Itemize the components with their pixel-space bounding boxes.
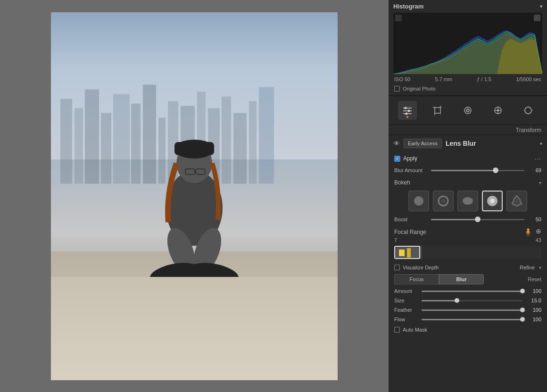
svg-rect-15	[259, 87, 274, 183]
lens-blur-chevron-icon[interactable]: ▾	[540, 141, 542, 146]
visibility-icon[interactable]: 👁	[393, 140, 400, 147]
iso-value: ISO 50	[394, 76, 410, 82]
boost-label: Boost	[394, 217, 427, 222]
flow-slider[interactable]	[422, 319, 522, 320]
histogram-title: Histogram	[393, 3, 423, 10]
bokeh-oval-button[interactable]	[457, 191, 478, 211]
right-panel: Histogram ▾ ISO 50 5.7 mm ƒ / 1.5 1/5600…	[389, 0, 547, 392]
svg-rect-19	[174, 142, 214, 155]
blur-amount-slider[interactable]	[431, 170, 524, 171]
svg-rect-2	[85, 89, 99, 183]
histogram-canvas	[393, 13, 542, 74]
flow-slider-row: Flow 100	[389, 315, 547, 324]
svg-point-31	[405, 107, 407, 109]
blur-amount-label: Blur Amount	[394, 167, 427, 173]
bokeh-circle-button[interactable]	[408, 191, 429, 211]
boost-slider[interactable]	[431, 219, 524, 220]
photo-image	[51, 12, 338, 380]
histogram-section-header: Histogram ▾	[389, 0, 547, 13]
flow-label: Flow	[394, 317, 418, 322]
focal-range-header: Focal Range 🧍 ⊕	[389, 225, 547, 237]
svg-point-33	[408, 110, 410, 112]
tools-row	[389, 96, 547, 125]
more-options-button[interactable]: ···	[534, 155, 541, 162]
svg-point-62	[414, 196, 423, 206]
bokeh-blade-button[interactable]	[506, 191, 527, 211]
svg-point-48	[497, 109, 499, 112]
svg-line-61	[525, 113, 526, 114]
size-slider[interactable]	[422, 300, 522, 301]
svg-point-35	[406, 113, 408, 115]
svg-line-59	[530, 113, 531, 114]
focal-range-values: 7 43	[389, 237, 547, 245]
histogram-chevron-icon[interactable]: ▾	[540, 4, 542, 9]
person-focus-icon[interactable]: 🧍	[523, 227, 533, 236]
focal-bar-marker1	[399, 250, 405, 256]
edit-tool-button[interactable]	[398, 101, 417, 120]
auto-mask-row: Auto Mask	[389, 324, 547, 335]
svg-line-60	[530, 108, 531, 108]
original-photo-label: Original Photo	[403, 86, 436, 92]
focus-button[interactable]: Focus	[394, 274, 439, 284]
masking-tool-button[interactable]	[489, 101, 507, 120]
size-slider-row: Size 15.0	[389, 296, 547, 305]
bokeh-section-header: Bokeh ▾	[389, 175, 547, 188]
svg-line-58	[525, 108, 526, 108]
svg-rect-3	[101, 113, 111, 183]
svg-rect-0	[60, 99, 72, 183]
focal-range-selected-region	[394, 246, 420, 259]
refine-chevron-icon[interactable]: ▾	[539, 265, 541, 270]
lens-blur-title: Lens Blur	[446, 140, 536, 147]
lens-blur-section-header: 👁 Early Access Lens Blur ▾	[389, 135, 547, 152]
feather-slider-row: Feather 100	[389, 305, 547, 315]
aperture-value: ƒ / 1.5	[477, 76, 491, 82]
focal-range-label: Focal Range	[394, 229, 521, 235]
effects-tool-button[interactable]	[519, 101, 538, 120]
feather-label: Feather	[394, 307, 418, 313]
svg-point-67	[490, 199, 495, 203]
bokeh-chevron-icon[interactable]: ▾	[539, 180, 541, 185]
svg-rect-4	[113, 94, 130, 183]
focal-range-min: 7	[394, 237, 397, 243]
boost-row: Boost 50	[389, 214, 547, 225]
original-photo-row: Original Photo	[389, 84, 547, 95]
early-access-badge: Early Access	[404, 139, 442, 148]
svg-point-65	[463, 197, 473, 205]
focal-range-bar[interactable]	[394, 246, 541, 259]
auto-mask-label: Auto Mask	[403, 327, 427, 333]
shutter-speed-value: 1/5600 sec	[516, 76, 541, 82]
auto-mask-checkbox[interactable]	[394, 327, 400, 333]
crop-tool-button[interactable]	[428, 101, 447, 120]
amount-slider[interactable]	[422, 291, 522, 292]
apply-checkbox[interactable]: ✓	[394, 156, 400, 162]
flow-value: 100	[526, 317, 541, 322]
histogram-meta: ISO 50 5.7 mm ƒ / 1.5 1/5600 sec	[389, 74, 547, 84]
focal-range-icons: 🧍 ⊕	[523, 227, 541, 236]
svg-point-64	[441, 199, 446, 203]
bokeh-ring-button[interactable]	[433, 191, 454, 211]
visualize-depth-row: Visualize Depth Refine ▾	[389, 263, 547, 272]
amount-label: Amount	[394, 288, 418, 294]
main-photo-area	[0, 0, 389, 392]
visualize-depth-checkbox[interactable]	[394, 265, 400, 270]
reset-button[interactable]: Reset	[528, 276, 541, 282]
bokeh-filled-circle-button[interactable]	[482, 191, 503, 211]
apply-label: Apply	[403, 155, 531, 162]
bokeh-label: Bokeh	[394, 179, 410, 186]
original-photo-checkbox[interactable]	[394, 86, 400, 92]
feather-value: 100	[526, 307, 541, 313]
active-tool-indicator	[406, 116, 408, 118]
target-focal-icon[interactable]: ⊕	[536, 227, 541, 236]
svg-rect-14	[249, 101, 257, 183]
apply-row: ✓ Apply ···	[389, 152, 547, 165]
amount-slider-row: Amount 100	[389, 286, 547, 296]
feather-slider[interactable]	[422, 309, 522, 311]
photo-container	[51, 12, 338, 380]
focal-bar-marker2	[407, 248, 411, 258]
focal-length-value: 5.7 mm	[435, 76, 452, 82]
blur-amount-value: 69	[528, 167, 541, 173]
svg-rect-1	[75, 108, 83, 183]
blur-button[interactable]: Blur	[439, 274, 484, 284]
transform-label: Transform	[389, 125, 547, 135]
heal-tool-button[interactable]	[458, 101, 477, 120]
